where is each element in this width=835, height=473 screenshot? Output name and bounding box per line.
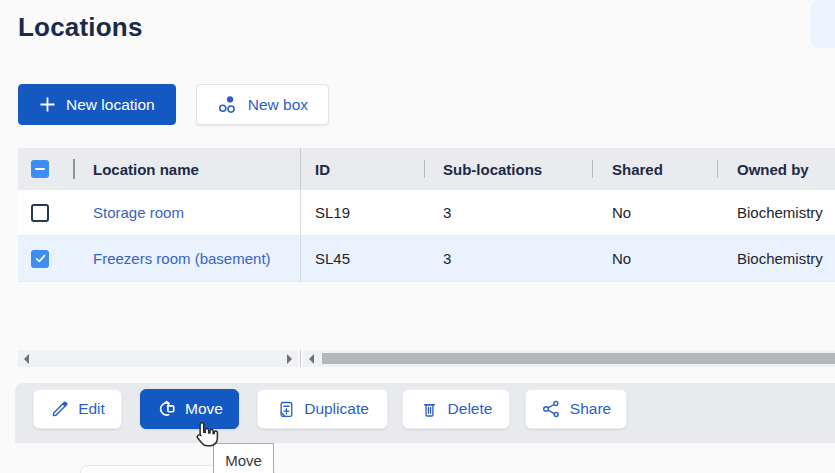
trash-icon	[420, 400, 439, 419]
column-header-id[interactable]: ID	[301, 148, 424, 190]
owned-by-cell: Biochemistry	[717, 190, 835, 235]
new-location-button[interactable]: New location	[18, 84, 176, 125]
move-tooltip: Move	[213, 443, 274, 473]
tooltip-text: Move	[225, 452, 262, 469]
column-header-owned-by[interactable]: Owned by	[717, 148, 835, 190]
sub-locations-cell: 3	[424, 190, 592, 235]
column-header-shared[interactable]: Shared	[592, 148, 717, 190]
horizontal-scrollbars	[18, 350, 835, 367]
edit-button[interactable]: Edit	[33, 389, 122, 429]
scrollbar-divider	[300, 350, 301, 367]
delete-label: Delete	[448, 400, 493, 418]
pencil-icon	[50, 400, 69, 419]
new-box-label: New box	[248, 96, 308, 114]
box-circles-icon	[217, 94, 238, 115]
edit-label: Edit	[78, 400, 105, 418]
move-button[interactable]: Move	[140, 389, 239, 429]
header-checkbox-cell	[18, 148, 75, 190]
table-row[interactable]: Freezers room (basement) SL45 3 No Bioch…	[18, 236, 835, 282]
share-button[interactable]: Share	[525, 389, 627, 429]
location-link[interactable]: Freezers room (basement)	[93, 250, 271, 267]
scroll-right-arrow-icon[interactable]	[287, 354, 292, 364]
frozen-pane-scrollbar[interactable]	[18, 350, 298, 367]
new-location-label: New location	[66, 96, 155, 114]
duplicate-label: Duplicate	[304, 400, 369, 418]
scrollbar-thumb[interactable]	[322, 353, 835, 364]
sub-locations-cell: 3	[424, 236, 592, 281]
plus-icon	[39, 96, 56, 113]
id-cell: SL45	[301, 236, 424, 281]
share-icon	[541, 399, 561, 419]
corner-panel	[810, 0, 835, 48]
row-checkbox[interactable]	[31, 250, 49, 268]
new-box-button[interactable]: New box	[196, 84, 329, 125]
checkmark-icon	[34, 252, 47, 265]
delete-button[interactable]: Delete	[402, 389, 510, 429]
main-pane-scrollbar[interactable]	[303, 350, 835, 367]
table-row[interactable]: Storage room SL19 3 No Biochemistry	[18, 190, 835, 236]
row-checkbox[interactable]	[31, 204, 49, 222]
locations-page: Locations New location New box	[0, 0, 835, 473]
toolbar: New location New box	[18, 84, 329, 125]
column-header-sub-locations[interactable]: Sub-locations	[424, 148, 592, 190]
id-cell: SL19	[301, 190, 424, 235]
duplicate-button[interactable]: Duplicate	[257, 389, 388, 429]
selection-action-bar: Edit Move Duplicate	[15, 383, 835, 443]
indeterminate-minus-icon	[35, 168, 45, 170]
location-name-cell: Storage room	[75, 190, 301, 235]
row-checkbox-cell	[18, 190, 75, 235]
share-label: Share	[570, 400, 611, 418]
location-name-cell: Freezers room (basement)	[75, 236, 301, 281]
move-icon	[156, 399, 176, 419]
shared-cell: No	[592, 236, 717, 281]
column-header-location-name[interactable]: Location name	[75, 148, 301, 190]
duplicate-icon	[276, 400, 295, 419]
move-label: Move	[185, 400, 223, 418]
owned-by-cell: Biochemistry	[717, 236, 835, 281]
scroll-left-arrow-icon[interactable]	[309, 354, 314, 364]
scroll-left-arrow-icon[interactable]	[24, 354, 29, 364]
row-checkbox-cell	[18, 236, 75, 281]
locations-table: Location name ID Sub-locations Shared Ow…	[18, 148, 835, 282]
table-header-row: Location name ID Sub-locations Shared Ow…	[18, 148, 835, 190]
shared-cell: No	[592, 190, 717, 235]
location-link[interactable]: Storage room	[93, 204, 184, 221]
select-all-checkbox[interactable]	[31, 160, 49, 178]
page-title: Locations	[18, 12, 143, 43]
